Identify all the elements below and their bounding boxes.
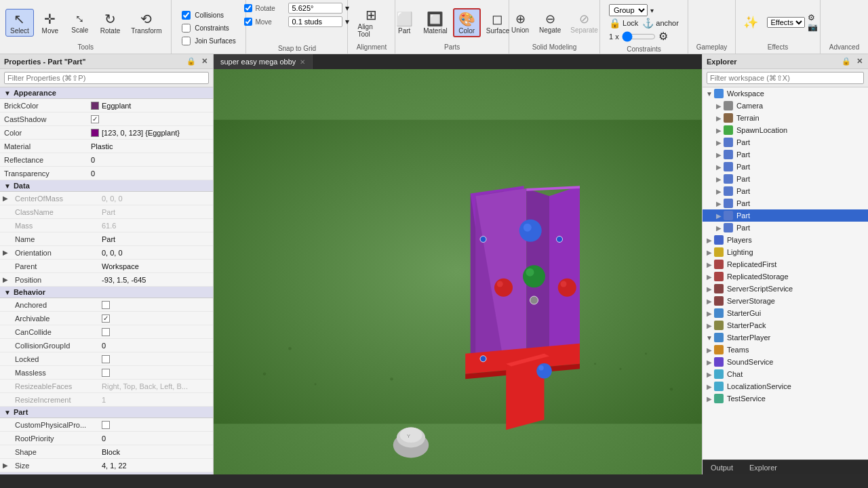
constraints-checkbox-row[interactable]: Constraints [179,22,239,34]
tree-arrow-part-selected[interactable]: ▶ [715,212,723,220]
tree-arrow-part2[interactable]: ▶ [715,151,723,159]
castshadow-checkbox[interactable] [91,115,99,123]
orientation-expand[interactable]: ▶ [0,249,11,256]
properties-lock-icon[interactable]: 🔒 [185,57,197,66]
tree-item-lighting[interactable]: ▶Lighting [703,246,868,258]
tree-arrow-terrain[interactable]: ▶ [715,115,723,122]
separate-button[interactable]: ⊘ Separate [566,10,602,35]
handle-bl[interactable] [480,356,486,362]
tree-item-replicatedstorage[interactable]: ▶ReplicatedStorage [703,270,868,283]
material-value[interactable]: Plastic [88,141,213,152]
parent-value[interactable]: Workspace [99,261,213,272]
rotate-snap-input[interactable] [288,3,342,14]
tree-item-workspace[interactable]: ▼Workspace [703,87,868,100]
position-expand[interactable]: ▶ [0,276,11,283]
effects-select[interactable]: Effects [767,17,805,28]
tree-arrow-serverstorage[interactable]: ▶ [705,298,713,305]
effects-button[interactable]: ✨ [737,14,764,31]
size-value[interactable]: 4, 1, 22 [99,460,213,471]
appearance-section-header[interactable]: ▼ Appearance [0,87,213,99]
explorer-close-icon[interactable]: ✕ [855,57,864,66]
lock-row[interactable]: 🔒 Lock [609,18,638,28]
name-value[interactable]: Part [99,234,213,245]
tree-item-part1[interactable]: ▶Part [703,136,868,148]
group-select[interactable]: Group [609,4,648,16]
tree-arrow-replicatedfirst[interactable]: ▶ [705,261,713,268]
tree-item-chat[interactable]: ▶Chat [703,368,868,380]
tree-item-testservice[interactable]: ▶TestService [703,392,868,405]
tree-item-part4[interactable]: ▶Part [703,173,868,185]
color-button[interactable]: 🎨 Color [453,8,481,37]
viewport-tab[interactable]: super easy mega obby ✕ [214,54,313,69]
explorer-lock-icon[interactable]: 🔒 [840,57,852,66]
cancollide-value[interactable] [99,327,213,338]
tree-arrow-players[interactable]: ▶ [705,237,713,244]
move-snap-checkbox[interactable] [244,18,252,26]
rootpriority-value[interactable]: 0 [99,433,213,444]
properties-close-icon[interactable]: ✕ [200,57,209,66]
scale-button[interactable]: ↔ Scale [66,9,94,35]
tree-item-players[interactable]: ▶Players [703,234,868,246]
transparency-value[interactable]: 0 [88,168,213,179]
tree-item-part6[interactable]: ▶Part [703,197,868,209]
join-surfaces-checkbox-row[interactable]: Join Surfaces [179,35,239,47]
locked-value[interactable] [99,354,213,365]
output-tab[interactable]: Output [703,460,741,474]
select-button[interactable]: ↖ Select [5,9,34,37]
tree-arrow-part4[interactable]: ▶ [715,176,723,183]
tree-arrow-part6[interactable]: ▶ [715,200,723,207]
center-handle[interactable] [530,296,538,304]
collisions-checkbox-row[interactable]: Collisions [179,9,239,21]
union-button[interactable]: ⊕ Union [507,10,534,35]
archivable-value[interactable] [99,313,213,324]
tree-item-serverstorage[interactable]: ▶ServerStorage [703,295,868,307]
tree-arrow-testservice[interactable]: ▶ [705,395,713,403]
centerofmass-expand[interactable]: ▶ [0,195,11,202]
tree-item-terrain[interactable]: ▶Terrain [703,112,868,124]
move-button[interactable]: ✛ Move [37,9,64,36]
viewport-tab-close[interactable]: ✕ [300,58,305,66]
part-button[interactable]: ⬜ Part [391,9,418,36]
tree-arrow-replicatedstorage[interactable]: ▶ [705,273,713,281]
filter-properties-input[interactable] [4,72,209,84]
material-button[interactable]: 🔲 Material [419,9,452,36]
assembly-section-header[interactable]: ▼ Assembly [0,472,213,474]
massless-value[interactable] [99,367,213,378]
tree-arrow-serverscriptservice[interactable]: ▶ [705,285,713,293]
customphysical-value[interactable] [99,420,213,430]
collisions-checkbox[interactable] [182,11,191,20]
tree-arrow-workspace[interactable]: ▼ [705,90,713,98]
tree-arrow-part3[interactable]: ▶ [715,163,723,171]
effects-icons[interactable]: ⚙📷 [808,13,818,32]
anchor-row[interactable]: ⚓ anchor [642,18,679,28]
tree-arrow-starterplayer[interactable]: ▼ [705,334,713,342]
tree-item-teams[interactable]: ▶Teams [703,344,868,356]
behavior-section-header[interactable]: ▼ Behavior [0,287,213,298]
tree-item-replicatedfirst[interactable]: ▶ReplicatedFirst [703,258,868,270]
tree-arrow-part1[interactable]: ▶ [715,139,723,146]
handle-tr[interactable] [557,237,563,243]
tree-arrow-camera[interactable]: ▶ [715,102,723,110]
data-section-header[interactable]: ▼ Data [0,180,213,192]
color-value[interactable]: [123, 0, 123] {Eggplant} [88,127,213,138]
cancollide-checkbox[interactable] [102,328,110,336]
tree-item-part5[interactable]: ▶Part [703,185,868,197]
filter-workspace-input[interactable] [707,72,864,84]
tree-item-spawnlocation[interactable]: ▶SpawnLocation [703,124,868,136]
tree-arrow-spawnlocation[interactable]: ▶ [715,127,723,134]
tree-arrow-startergui[interactable]: ▶ [705,310,713,317]
tree-item-part2[interactable]: ▶Part [703,148,868,161]
align-tool-button[interactable]: ⊞ Align Tool [353,5,389,39]
part-section-header[interactable]: ▼ Part [0,407,213,418]
tree-item-startergui[interactable]: ▶StarterGui [703,307,868,319]
explorer-tab[interactable]: Explorer [741,460,785,474]
tree-arrow-starterpack[interactable]: ▶ [705,322,713,329]
tree-item-part3[interactable]: ▶Part [703,161,868,173]
locked-checkbox[interactable] [102,355,110,363]
tree-arrow-soundservice[interactable]: ▶ [705,359,713,366]
brickcolor-value[interactable]: Eggplant [88,100,213,111]
archivable-checkbox[interactable] [102,314,110,323]
tree-item-camera[interactable]: ▶Camera [703,100,868,112]
shape-value[interactable]: Block [99,447,213,458]
join-surfaces-checkbox[interactable] [182,37,191,45]
